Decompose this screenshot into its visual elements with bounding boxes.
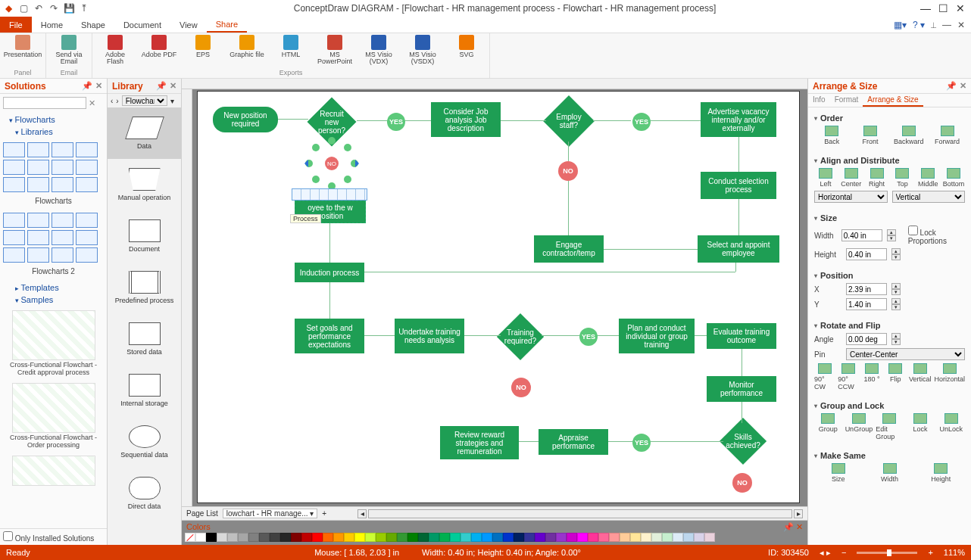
only-installed-checkbox[interactable] [3,531,13,541]
library-menu-icon[interactable]: ▾ [170,97,174,105]
color-swatch[interactable] [439,533,450,542]
color-swatch[interactable] [535,533,545,542]
color-swatch[interactable] [471,533,482,542]
connector-no[interactable]: NO [558,161,578,181]
sample-item[interactable]: Cross-Functional Flowchart - Order proce… [0,380,107,453]
solutions-pin-icon[interactable]: 📌 [82,81,92,91]
color-swatch[interactable] [630,533,641,542]
color-swatch[interactable] [598,533,609,542]
color-swatch[interactable] [429,533,439,542]
qat-icon-open[interactable]: ⤒ [79,3,89,14]
connector-yes[interactable]: YES [632,113,651,131]
library-close-icon[interactable]: ✕ [170,81,176,91]
floating-shape-toolbar[interactable] [292,188,367,201]
color-swatch[interactable] [641,533,651,542]
color-swatch[interactable] [407,533,418,542]
subtab-format[interactable]: Format [830,94,863,107]
order-forward[interactable]: Forward [929,126,965,145]
shape-thumb[interactable] [27,142,49,157]
shape-thumb[interactable] [3,230,25,245]
connector-yes[interactable]: YES [387,113,405,131]
shape-thumb[interactable] [27,247,49,263]
node-induction[interactable]: Induction process [295,263,364,282]
order-back[interactable]: Back [814,126,850,145]
color-swatch[interactable] [365,533,376,542]
color-swatch[interactable] [259,533,270,542]
hscroll-right-icon[interactable]: ▸ [794,509,803,518]
color-swatch[interactable] [354,533,365,542]
color-swatch[interactable] [588,533,598,542]
canvas[interactable]: New position required Recruit new person… [192,89,807,506]
angle-input[interactable] [846,333,887,345]
color-swatch[interactable] [450,533,461,542]
makesame-width[interactable]: Width [866,463,914,483]
subtab-info[interactable]: Info [808,94,830,107]
ribbon-export-item[interactable]: MS PowerPoint [317,35,353,66]
ribbon-send-email[interactable]: Send via Email [51,35,87,66]
align-right[interactable]: Right [866,168,888,188]
library-pin-icon[interactable]: 📌 [156,81,167,91]
color-swatch[interactable] [280,533,291,542]
width-input[interactable] [841,229,882,241]
zoom-in-icon[interactable]: + [928,548,932,557]
library-shape[interactable]: Data [108,107,181,159]
ribbon-export-item[interactable]: MS Visio (VDX) [361,35,397,66]
align-bottom[interactable]: Bottom [942,168,965,188]
tab-home[interactable]: Home [32,17,72,33]
qat-icon-app[interactable]: ◆ [3,3,14,14]
color-swatch[interactable] [503,533,514,542]
node-engage-contractor[interactable]: Engage contractor/temp [534,235,604,263]
qat-icon-undo[interactable]: ↶ [33,3,44,14]
order-backward[interactable]: Backward [891,126,927,145]
ribbon-export-item[interactable]: EPS [185,35,221,66]
tab-document[interactable]: Document [114,17,170,33]
library-shape[interactable]: Manual operation [108,159,181,210]
color-swatch[interactable] [217,533,227,542]
color-swatch[interactable] [323,533,333,542]
library-shape[interactable]: Predefined process [108,262,181,313]
page-add-icon[interactable]: + [322,509,326,518]
ribbon-presentation[interactable]: Presentation [5,35,41,58]
hscroll-left-icon[interactable]: ◂ [357,509,367,518]
lock-proportions-checkbox[interactable] [908,226,918,235]
color-swatch[interactable] [609,533,620,542]
qat-icon-new[interactable]: ▢ [18,3,29,14]
color-swatch[interactable] [482,533,492,542]
zoom-slider[interactable] [857,552,917,554]
color-swatch[interactable] [662,533,673,542]
rotate-180-[interactable]: 180 ° [861,363,882,390]
color-swatch[interactable] [195,533,206,542]
tab-shape[interactable]: Shape [72,17,114,33]
node-monitor[interactable]: Monitor performance [707,376,776,402]
shape-thumb[interactable] [3,160,25,175]
window-restore-icon[interactable]: ⟂ [931,20,936,30]
library-shape[interactable]: Sequential data [108,416,181,468]
node-advertise[interactable]: Advertise vacancy internally and/or exte… [701,102,776,137]
library-shape[interactable]: Direct data [108,468,181,519]
shape-thumb[interactable] [76,247,98,263]
connector-yes[interactable]: YES [579,328,598,346]
qat-icon-save[interactable]: 💾 [64,3,74,14]
tree-flowcharts[interactable]: Flowcharts [3,114,104,126]
shape-thumb[interactable] [76,160,98,175]
connector-no[interactable]: NO [732,473,752,493]
subtab-arrange[interactable]: Arrange & Size [863,94,923,107]
color-swatch[interactable] [291,533,301,542]
rotate-vertical[interactable]: Vertical [909,363,932,390]
color-swatch[interactable] [704,533,715,542]
ribbon-export-item[interactable]: Adobe PDF [141,35,177,66]
shape-thumb[interactable] [76,230,98,245]
color-swatch[interactable] [206,533,217,542]
color-swatch[interactable] [386,533,397,542]
align-left[interactable]: Left [814,168,837,188]
color-swatch[interactable] [577,533,588,542]
height-spin-down[interactable]: ▾ [891,254,901,260]
color-swatch[interactable] [270,533,280,542]
shape-thumb[interactable] [76,213,98,228]
shape-thumb[interactable] [76,142,98,157]
color-swatch[interactable] [567,533,577,542]
status-id-nav[interactable]: ◂ ▸ [820,548,831,558]
search-clear-icon[interactable]: ✕ [89,98,95,107]
library-shape[interactable]: Internal storage [108,365,181,416]
tab-share[interactable]: Share [207,17,247,33]
